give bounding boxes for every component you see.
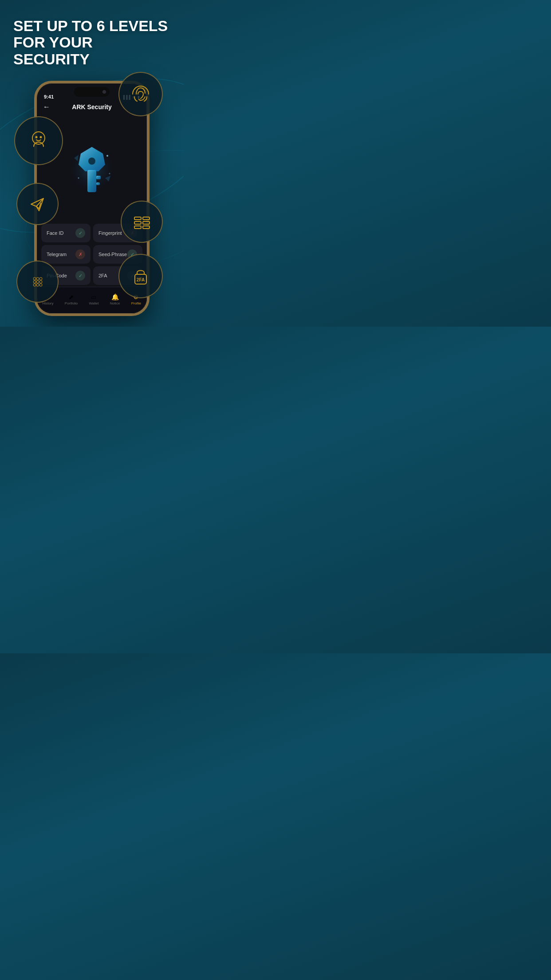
svg-point-28 xyxy=(78,178,79,179)
telegram-check: ✗ xyxy=(75,249,85,259)
svg-point-2 xyxy=(40,137,42,138)
screen-title: ARK Security xyxy=(72,103,111,111)
svg-rect-3 xyxy=(134,217,141,220)
svg-point-20 xyxy=(39,284,42,286)
wallet-label: Wallet xyxy=(89,301,98,305)
svg-rect-26 xyxy=(96,182,100,185)
svg-point-17 xyxy=(39,281,42,283)
history-label: History xyxy=(43,301,54,305)
svg-rect-4 xyxy=(143,217,150,220)
twofa-float-icon: 2FA xyxy=(118,254,163,298)
grid-float-icon xyxy=(121,201,163,243)
svg-point-16 xyxy=(36,281,39,283)
key-svg xyxy=(61,138,123,200)
wallet-icon: ▭ xyxy=(91,294,96,300)
face-id-option[interactable]: Face ID ✓ xyxy=(41,224,91,242)
face-id-check: ✓ xyxy=(75,228,85,238)
fingerprint-label: Fingerprint xyxy=(98,230,122,236)
face-id-float-icon xyxy=(14,116,63,165)
back-button[interactable]: ← xyxy=(43,103,50,111)
notice-icon: 🔔 xyxy=(111,293,119,300)
profile-label: Profile xyxy=(131,301,142,305)
status-time: 9:41 xyxy=(44,94,54,99)
svg-rect-8 xyxy=(143,226,150,229)
pin-code-check: ✓ xyxy=(75,271,85,281)
svg-rect-5 xyxy=(134,221,141,224)
svg-point-19 xyxy=(36,284,39,286)
svg-point-12 xyxy=(33,277,36,280)
portfolio-icon: ⬈ xyxy=(69,294,74,300)
svg-point-23 xyxy=(88,158,95,165)
telegram-float-icon xyxy=(16,183,59,225)
svg-point-13 xyxy=(36,277,39,280)
svg-point-15 xyxy=(33,281,36,283)
svg-point-27 xyxy=(106,155,108,157)
main-title: SET UP TO 6 LEVELS FOR YOUR SECURITY xyxy=(13,18,170,67)
camera-dot xyxy=(102,90,106,94)
portfolio-label: Portfolio xyxy=(65,301,78,305)
face-id-label: Face ID xyxy=(47,230,64,236)
telegram-label: Telegram xyxy=(47,252,67,257)
notice-label: Notice xyxy=(110,301,120,305)
svg-rect-25 xyxy=(96,176,101,179)
telegram-option[interactable]: Telegram ✗ xyxy=(41,245,91,264)
fingerprint-float-icon xyxy=(118,72,163,116)
dots-float-icon xyxy=(16,261,59,303)
svg-point-18 xyxy=(33,284,36,286)
svg-rect-24 xyxy=(87,170,96,192)
seed-phrase-label: Seed-Phrase xyxy=(98,252,127,257)
svg-point-1 xyxy=(36,137,37,138)
nav-portfolio[interactable]: ⬈ Portfolio xyxy=(65,294,78,305)
nav-wallet[interactable]: ▭ Wallet xyxy=(89,294,98,305)
svg-text:2FA: 2FA xyxy=(137,277,145,282)
phone-notch xyxy=(74,87,110,97)
nav-notice[interactable]: 🔔 Notice xyxy=(110,293,120,305)
svg-point-14 xyxy=(39,277,42,280)
svg-rect-7 xyxy=(134,226,141,229)
svg-point-29 xyxy=(109,173,110,174)
twofa-label: 2FA xyxy=(98,273,107,278)
svg-rect-6 xyxy=(143,221,150,224)
